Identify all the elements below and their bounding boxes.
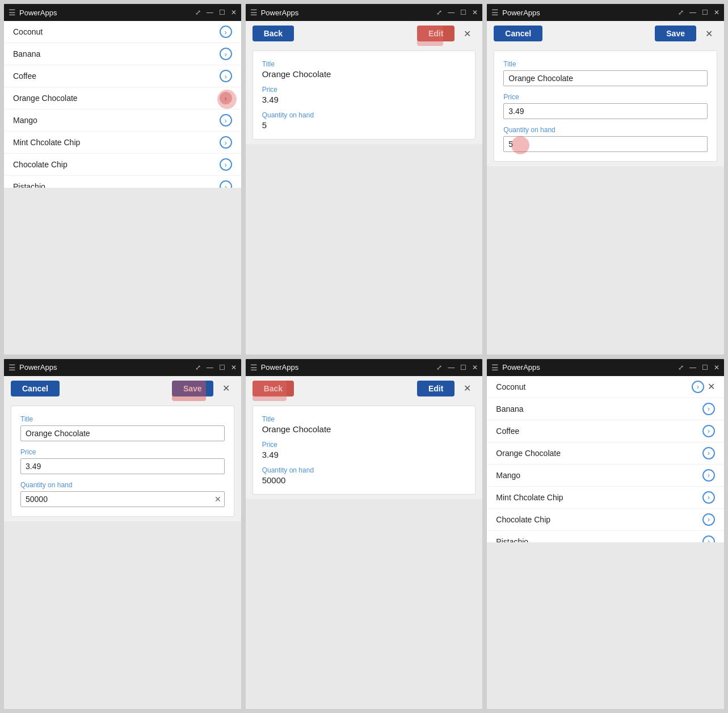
hamburger-icon[interactable]: ☰ bbox=[9, 8, 16, 17]
arrow-icon[interactable]: › bbox=[702, 425, 715, 437]
win-controls-5: ⤢ — ☐ ✕ bbox=[436, 364, 478, 372]
minimize-icon[interactable]: — bbox=[448, 9, 455, 16]
close-button[interactable]: ✕ bbox=[701, 26, 717, 41]
item-name: Orange Chocolate bbox=[13, 94, 220, 103]
arrow-icon-highlighted[interactable]: › bbox=[220, 92, 232, 104]
maximize-icon[interactable]: ☐ bbox=[460, 364, 466, 372]
hamburger-icon[interactable]: ☰ bbox=[491, 8, 499, 17]
item-name: Banana bbox=[13, 49, 220, 58]
close-icon[interactable]: ✕ bbox=[231, 9, 237, 16]
arrow-icon[interactable]: › bbox=[220, 114, 232, 126]
expand-icon[interactable]: ⤢ bbox=[678, 364, 684, 372]
list-item[interactable]: Mint Chcolate Chip › bbox=[487, 487, 724, 509]
form-label-price: Price bbox=[20, 448, 225, 456]
expand-icon[interactable]: ⤢ bbox=[678, 9, 684, 16]
list-item[interactable]: Mango › bbox=[4, 109, 241, 132]
expand-icon[interactable]: ⤢ bbox=[436, 364, 442, 372]
back-button[interactable]: Back bbox=[253, 26, 294, 41]
qty-input[interactable] bbox=[20, 491, 225, 507]
list-item[interactable]: Coffee › bbox=[4, 65, 241, 87]
item-name: Coffee bbox=[13, 71, 220, 81]
expand-icon[interactable]: ⤢ bbox=[195, 9, 201, 16]
item-name: Mango bbox=[13, 116, 220, 125]
action-bar-2: Back Edit ✕ bbox=[246, 21, 483, 46]
qty-input[interactable] bbox=[503, 136, 708, 152]
hamburger-icon[interactable]: ☰ bbox=[9, 363, 16, 372]
arrow-icon[interactable]: › bbox=[220, 180, 232, 188]
panel-2-detail: ☰ PowerApps ⤢ — ☐ ✕ Back Edit ✕ Title Or… bbox=[245, 3, 483, 355]
arrow-icon[interactable]: › bbox=[702, 535, 715, 543]
clear-icon[interactable]: ✕ bbox=[214, 495, 221, 504]
close-icon[interactable]: ✕ bbox=[231, 364, 237, 372]
list-item[interactable]: Orange Chocolate › bbox=[487, 442, 724, 465]
field-label-title: Title bbox=[262, 415, 466, 423]
edit-button[interactable]: Edit bbox=[417, 381, 455, 396]
close-button[interactable]: ✕ bbox=[218, 381, 234, 396]
arrow-icon[interactable]: › bbox=[702, 447, 715, 459]
close-icon[interactable]: ✕ bbox=[472, 9, 478, 16]
close-icon[interactable]: ✕ bbox=[714, 9, 719, 16]
minimize-icon[interactable]: — bbox=[689, 364, 696, 372]
minimize-icon[interactable]: — bbox=[207, 9, 213, 16]
maximize-icon[interactable]: ☐ bbox=[460, 9, 466, 16]
minimize-icon[interactable]: — bbox=[207, 364, 213, 372]
list-item[interactable]: Mint Chcolate Chip › bbox=[4, 132, 241, 154]
arrow-icon[interactable]: › bbox=[702, 513, 715, 526]
close-button[interactable]: ✕ bbox=[459, 26, 475, 41]
form-area-4: Title Price Quantity on hand ✕ bbox=[11, 406, 234, 517]
back-button[interactable]: Back bbox=[253, 381, 294, 396]
maximize-icon[interactable]: ☐ bbox=[702, 9, 708, 16]
hamburger-icon[interactable]: ☰ bbox=[250, 363, 258, 372]
expand-icon[interactable]: ⤢ bbox=[195, 364, 201, 372]
list-item[interactable]: Banana › bbox=[487, 398, 724, 420]
arrow-icon[interactable]: › bbox=[692, 381, 704, 393]
arrow-icon[interactable]: › bbox=[220, 158, 232, 171]
arrow-icon[interactable]: › bbox=[702, 403, 715, 415]
title-input[interactable] bbox=[503, 70, 708, 86]
list-item-orange-chocolate[interactable]: Orange Chocolate › bbox=[4, 87, 241, 109]
expand-icon[interactable]: ⤢ bbox=[436, 9, 442, 16]
list-item[interactable]: Banana › bbox=[4, 43, 241, 65]
hamburger-icon[interactable]: ☰ bbox=[491, 363, 499, 372]
close-button[interactable]: ✕ bbox=[459, 381, 475, 396]
save-button[interactable]: Save bbox=[172, 381, 213, 396]
close-icon[interactable]: ✕ bbox=[708, 381, 715, 392]
cancel-button[interactable]: Cancel bbox=[494, 26, 542, 41]
price-input[interactable] bbox=[503, 103, 708, 119]
titlebar-5: ☰ PowerApps ⤢ — ☐ ✕ bbox=[246, 359, 483, 376]
title-input[interactable] bbox=[20, 425, 225, 441]
edit-button[interactable]: Edit bbox=[417, 26, 455, 41]
cancel-button[interactable]: Cancel bbox=[11, 381, 60, 396]
arrow-icon[interactable]: › bbox=[702, 491, 715, 504]
list-item[interactable]: Chocolate Chip › bbox=[487, 509, 724, 531]
maximize-icon[interactable]: ☐ bbox=[702, 364, 708, 372]
close-icon[interactable]: ✕ bbox=[714, 364, 719, 372]
list-item[interactable]: Coconut › bbox=[4, 21, 241, 43]
list-item[interactable]: Pistachio › bbox=[487, 531, 724, 543]
list-item[interactable]: Pistachio › bbox=[4, 176, 241, 188]
field-value-qty: 5 bbox=[262, 120, 466, 130]
arrow-icon[interactable]: › bbox=[220, 26, 232, 38]
arrow-icon[interactable]: › bbox=[220, 48, 232, 60]
field-value-price: 3.49 bbox=[262, 450, 466, 459]
field-value-price: 3.49 bbox=[262, 95, 466, 104]
arrow-icon[interactable]: › bbox=[220, 70, 232, 82]
list-item[interactable]: Chocolate Chip › bbox=[4, 154, 241, 176]
maximize-icon[interactable]: ☐ bbox=[219, 364, 225, 372]
save-button[interactable]: Save bbox=[655, 26, 696, 41]
list-item[interactable]: Mango › bbox=[487, 465, 724, 487]
minimize-icon[interactable]: — bbox=[689, 9, 696, 16]
hamburger-icon[interactable]: ☰ bbox=[250, 8, 258, 17]
field-value-title: Orange Chocolate bbox=[262, 424, 466, 434]
maximize-icon[interactable]: ☐ bbox=[219, 9, 225, 16]
price-input[interactable] bbox=[20, 458, 225, 474]
list-area-1: Coconut › Banana › Coffee › Orange Choco… bbox=[4, 21, 241, 188]
close-icon[interactable]: ✕ bbox=[472, 364, 478, 372]
list-item[interactable]: Coconut › ✕ bbox=[487, 376, 724, 398]
form-label-title: Title bbox=[20, 415, 225, 423]
arrow-icon[interactable]: › bbox=[702, 469, 715, 482]
titlebar-2: ☰ PowerApps ⤢ — ☐ ✕ bbox=[246, 4, 483, 21]
arrow-icon[interactable]: › bbox=[220, 136, 232, 149]
minimize-icon[interactable]: — bbox=[448, 364, 455, 372]
list-item[interactable]: Coffee › bbox=[487, 420, 724, 442]
